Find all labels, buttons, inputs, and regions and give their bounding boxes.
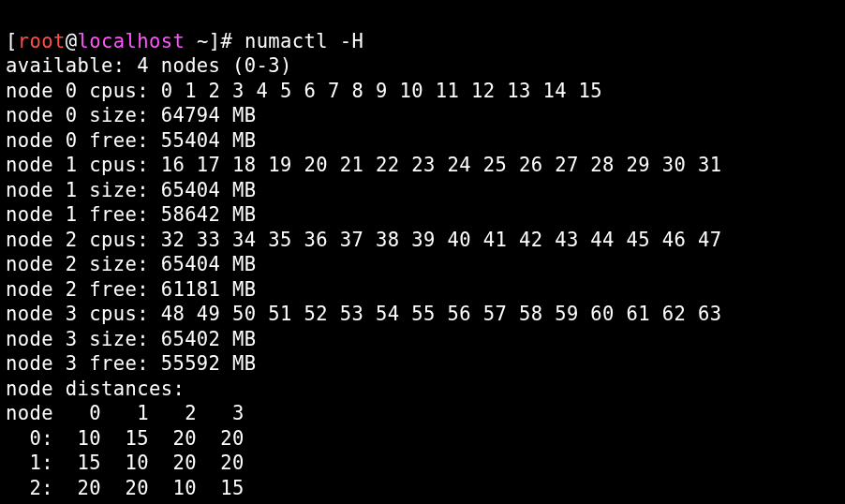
terminal-output[interactable]: [root@localhost ~]# numactl -H available…	[0, 0, 845, 504]
output-node0-free: node 0 free: 55404 MB	[6, 129, 257, 152]
output-node1-size: node 1 size: 65404 MB	[6, 179, 257, 201]
output-distances-row0: 0: 10 15 20 20	[6, 427, 245, 450]
output-node0-cpus: node 0 cpus: 0 1 2 3 4 5 6 7 8 9 10 11 1…	[6, 80, 602, 102]
prompt-host: localhost	[77, 30, 185, 52]
output-distances-row1: 1: 15 10 20 20	[6, 452, 245, 474]
output-distances-header: node distances:	[6, 378, 185, 400]
output-node2-size: node 2 size: 65404 MB	[6, 253, 257, 275]
prompt-space	[185, 30, 197, 52]
command-text: numactl -H	[245, 30, 363, 52]
prompt-open-bracket: [	[6, 30, 18, 52]
prompt-line: [root@localhost ~]# numactl -H	[6, 30, 363, 52]
output-node0-size: node 0 size: 64794 MB	[6, 104, 257, 126]
prompt-at: @	[66, 30, 78, 52]
output-node3-cpus: node 3 cpus: 48 49 50 51 52 53 54 55 56 …	[6, 303, 722, 325]
output-node1-cpus: node 1 cpus: 16 17 18 19 20 21 22 23 24 …	[6, 154, 722, 176]
output-node3-size: node 3 size: 65402 MB	[6, 328, 257, 350]
prompt-user: root	[18, 30, 66, 52]
output-node2-free: node 2 free: 61181 MB	[6, 278, 257, 301]
prompt-hash: #	[220, 30, 244, 52]
output-distances-columns: node 0 1 2 3	[6, 402, 245, 424]
output-node2-cpus: node 2 cpus: 32 33 34 35 36 37 38 39 40 …	[6, 229, 722, 251]
output-available: available: 4 nodes (0-3)	[6, 54, 292, 77]
output-node1-free: node 1 free: 58642 MB	[6, 203, 257, 226]
prompt-path: ~	[197, 30, 209, 52]
output-node3-free: node 3 free: 55592 MB	[6, 352, 257, 375]
prompt-close-bracket: ]	[209, 30, 221, 52]
output-distances-row2: 2: 20 20 10 15	[6, 477, 245, 499]
